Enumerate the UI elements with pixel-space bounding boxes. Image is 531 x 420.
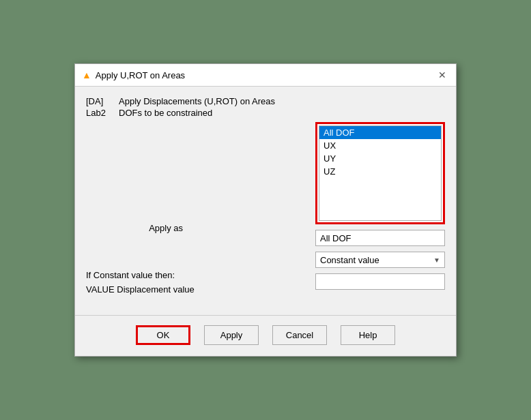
apply-as-dropdown[interactable]: Constant value ▼: [315, 252, 445, 268]
close-button[interactable]: ✕: [435, 68, 449, 82]
dropdown-value: Constant value: [320, 255, 379, 265]
dof-label: DOFs to be constrained: [119, 108, 212, 118]
value-row: VALUE Displacement value: [86, 284, 304, 295]
help-button[interactable]: Help: [341, 325, 395, 345]
app-icon: ▲: [82, 70, 91, 80]
selected-value: All DOF: [320, 233, 351, 243]
header-row-2: Lab2 DOFs to be constrained: [86, 108, 445, 118]
listbox-item-uz[interactable]: UZ: [319, 165, 441, 178]
header-info: [DA] Apply Displacements (U,ROT) on Area…: [86, 96, 445, 118]
button-row: OK Apply Cancel Help: [75, 315, 456, 356]
dropdown-arrow-icon: ▼: [433, 256, 440, 264]
dialog-title: Apply U,ROT on Areas: [96, 70, 185, 80]
displacement-value-input[interactable]: [315, 273, 445, 290]
cancel-button[interactable]: Cancel: [272, 325, 327, 345]
tag-lab2: Lab2: [86, 108, 113, 118]
main-content: Apply as If Constant value then: VALUE D…: [86, 122, 445, 299]
ok-button[interactable]: OK: [136, 325, 190, 345]
tag-da: [DA]: [86, 96, 113, 106]
header-row-1: [DA] Apply Displacements (U,ROT) on Area…: [86, 96, 445, 106]
listbox-item-ux[interactable]: UX: [319, 139, 441, 152]
listbox-container: All DOF UX UY UZ: [315, 122, 445, 224]
apply-as-row: Apply as: [86, 223, 304, 233]
listbox-item-uy[interactable]: UY: [319, 152, 441, 165]
title-bar-left: ▲ Apply U,ROT on Areas: [82, 70, 185, 80]
selected-display: All DOF: [315, 230, 445, 246]
right-side: All DOF UX UY UZ All DOF Constant value …: [315, 122, 445, 290]
main-dialog: ▲ Apply U,ROT on Areas ✕ [DA] Apply Disp…: [74, 63, 457, 357]
title-bar: ▲ Apply U,ROT on Areas ✕: [75, 64, 456, 87]
apply-button[interactable]: Apply: [204, 325, 259, 345]
apply-as-label: Apply as: [86, 223, 188, 233]
constant-section-label: If Constant value then:: [86, 270, 175, 280]
dropdown-container[interactable]: Constant value ▼: [315, 252, 445, 268]
header-description: Apply Displacements (U,ROT) on Areas: [119, 96, 275, 106]
constant-header-row: If Constant value then:: [86, 270, 304, 280]
left-side: Apply as If Constant value then: VALUE D…: [86, 122, 304, 299]
dof-listbox[interactable]: All DOF UX UY UZ: [319, 125, 442, 221]
dialog-body: [DA] Apply Displacements (U,ROT) on Area…: [75, 87, 456, 308]
value-label: VALUE Displacement value: [86, 284, 195, 295]
listbox-item-alldof[interactable]: All DOF: [319, 126, 441, 139]
